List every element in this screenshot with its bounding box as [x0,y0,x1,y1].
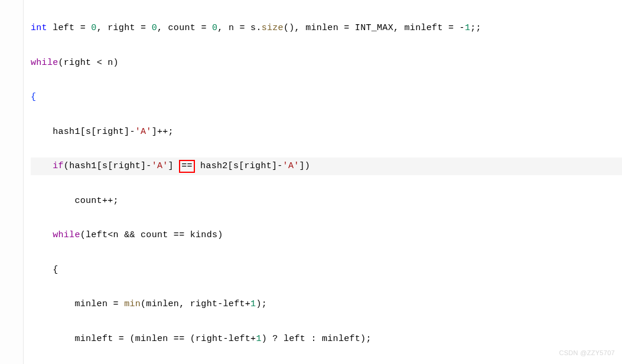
code-line: if(hash1[s[right]-'A'] == hash2[s[right]… [31,158,622,175]
watermark: CSDN @ZZY5707 [559,347,615,359]
code-line: minleft = (minlen == (right-left+1) ? le… [31,330,622,347]
code-line: hash1[s[right]-'A']++; [31,123,622,140]
keyword-while: while [31,58,58,68]
highlight-box: == [179,160,195,173]
code-line: count++; [31,192,622,209]
code-line: { [31,261,622,278]
code-block: int left = 0, right = 0, count = 0, n = … [0,0,622,364]
keyword-while: while [53,230,80,240]
code-line: { [31,88,622,106]
gutter [0,0,24,364]
code-line: minlen = min(minlen, right-left+1); [31,296,622,313]
code-line: while(left<n && count == kinds) [31,227,622,244]
keyword-if: if [53,161,64,171]
code-line: int left = 0, right = 0, count = 0, n = … [31,19,622,37]
code-line: while(right < n) [31,54,622,71]
keyword-int: int [31,23,47,33]
